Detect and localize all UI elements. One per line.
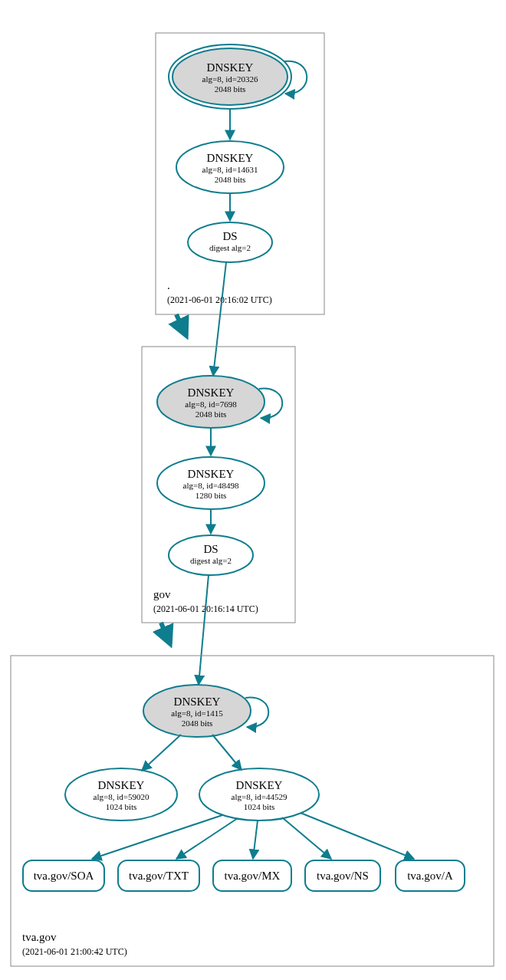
svg-text:tva.gov/NS: tva.gov/NS	[317, 870, 369, 882]
edge-zsk2-a	[301, 813, 414, 859]
svg-point-20	[169, 535, 253, 575]
svg-text:digest alg=2: digest alg=2	[190, 556, 232, 565]
svg-text:alg=8, id=20326: alg=8, id=20326	[202, 74, 258, 84]
node-gov-ksk: DNSKEY alg=8, id=7698 2048 bits	[157, 376, 264, 428]
edge-zsk2-soa	[92, 815, 222, 859]
zone-tva-ts: (2021-06-01 21:00:42 UTC)	[22, 946, 127, 957]
zone-root: . (2021-06-01 20:16:02 UTC) DNSKEY alg=8…	[156, 33, 324, 314]
node-tva-zsk1: DNSKEY alg=8, id=59020 1024 bits	[65, 768, 177, 821]
edge-tva-ksk-zsk1	[142, 735, 181, 771]
dnssec-graph: . (2021-06-01 20:16:02 UTC) DNSKEY alg=8…	[0, 0, 506, 980]
svg-text:alg=8, id=7698: alg=8, id=7698	[185, 400, 237, 409]
svg-text:DNSKEY: DNSKEY	[174, 696, 221, 708]
node-root-ds: DS digest alg=2	[188, 222, 272, 262]
node-rec-soa: tva.gov/SOA	[23, 860, 104, 891]
svg-text:2048 bits: 2048 bits	[182, 719, 213, 728]
zone-root-name: .	[167, 279, 170, 291]
svg-text:alg=8, id=48498: alg=8, id=48498	[183, 481, 239, 490]
svg-text:DNSKEY: DNSKEY	[188, 468, 235, 480]
svg-text:1280 bits: 1280 bits	[196, 491, 227, 500]
node-gov-zsk: DNSKEY alg=8, id=48498 1280 bits	[157, 457, 264, 509]
node-root-ksk: DNSKEY alg=8, id=20326 2048 bits	[169, 44, 291, 109]
zone-gov-name: gov	[153, 588, 171, 600]
edge-zsk2-txt	[176, 818, 238, 859]
zone-root-ts: (2021-06-01 20:16:02 UTC)	[167, 294, 272, 305]
zone-tva-name: tva.gov	[22, 931, 57, 943]
svg-text:2048 bits: 2048 bits	[215, 175, 246, 184]
edge-root-ds-gov-ksk	[213, 262, 226, 376]
edge-zsk2-mx	[253, 821, 258, 859]
node-rec-ns: tva.gov/NS	[305, 860, 380, 891]
svg-text:alg=8, id=14631: alg=8, id=14631	[202, 165, 258, 174]
svg-text:DNSKEY: DNSKEY	[236, 779, 283, 791]
svg-text:DNSKEY: DNSKEY	[207, 61, 254, 74]
node-rec-txt: tva.gov/TXT	[118, 860, 199, 891]
edge-zsk2-ns	[282, 817, 331, 859]
svg-text:digest alg=2: digest alg=2	[209, 243, 251, 252]
svg-text:DNSKEY: DNSKEY	[207, 152, 254, 164]
edge-gov-ds-tva-ksk	[199, 575, 209, 685]
zone-gov: gov (2021-06-01 20:16:14 UTC) DNSKEY alg…	[142, 347, 295, 623]
svg-point-9	[188, 222, 272, 262]
svg-text:1024 bits: 1024 bits	[244, 802, 275, 811]
zone-tva: tva.gov (2021-06-01 21:00:42 UTC) DNSKEY…	[11, 656, 494, 966]
svg-text:alg=8, id=44529: alg=8, id=44529	[232, 792, 288, 801]
node-gov-ds: DS digest alg=2	[169, 535, 253, 575]
node-tva-ksk: DNSKEY alg=8, id=1415 2048 bits	[143, 685, 251, 737]
svg-text:2048 bits: 2048 bits	[196, 409, 227, 419]
node-rec-a: tva.gov/A	[396, 860, 465, 891]
svg-text:tva.gov/TXT: tva.gov/TXT	[129, 870, 189, 882]
svg-text:DNSKEY: DNSKEY	[188, 386, 235, 399]
edge-deleg-gov-tva	[161, 623, 170, 644]
svg-text:alg=8, id=1415: alg=8, id=1415	[171, 709, 223, 718]
svg-text:DS: DS	[203, 543, 218, 555]
svg-text:2048 bits: 2048 bits	[215, 84, 246, 94]
node-rec-mx: tva.gov/MX	[213, 860, 291, 891]
svg-text:1024 bits: 1024 bits	[106, 802, 137, 811]
svg-text:alg=8, id=59020: alg=8, id=59020	[94, 792, 150, 801]
svg-text:tva.gov/SOA: tva.gov/SOA	[34, 870, 94, 882]
svg-text:tva.gov/MX: tva.gov/MX	[225, 870, 281, 882]
svg-text:tva.gov/A: tva.gov/A	[407, 870, 453, 882]
svg-text:DS: DS	[222, 230, 237, 242]
node-root-zsk: DNSKEY alg=8, id=14631 2048 bits	[176, 141, 284, 193]
svg-text:DNSKEY: DNSKEY	[98, 779, 145, 791]
edge-tva-ksk-zsk2	[212, 735, 242, 770]
edge-deleg-root-gov	[176, 314, 186, 336]
